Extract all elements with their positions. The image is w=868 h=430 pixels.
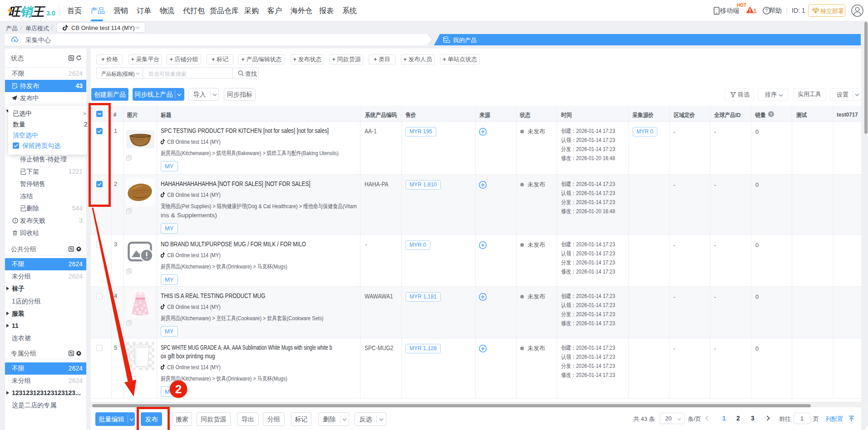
svg-text:?: ? [765, 8, 768, 13]
svg-text:2: 2 [175, 382, 182, 396]
svg-text:?: ? [770, 112, 772, 117]
